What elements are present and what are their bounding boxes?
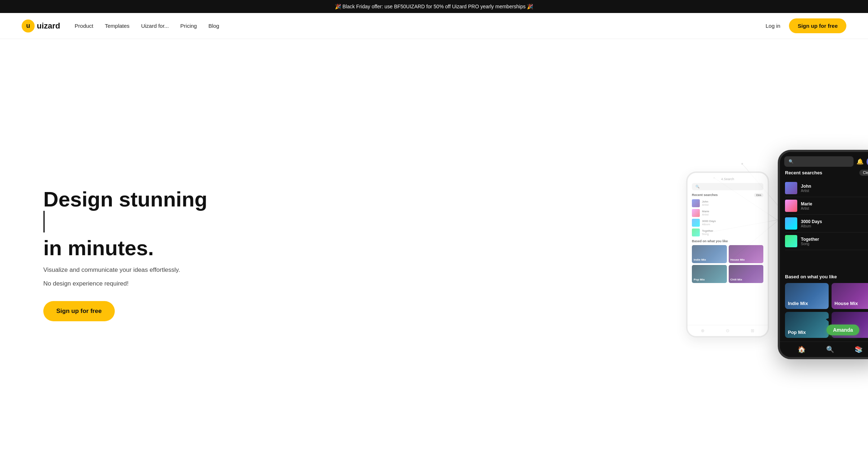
search-type-marie: Artist	[801, 206, 868, 210]
nav-links: Product Templates Uizard for... Pricing …	[75, 23, 219, 29]
thumb-john	[785, 182, 797, 194]
recent-section: Recent searches Clear John Artist ›	[780, 167, 868, 270]
nav-link-uizard-for[interactable]: Uizard for...	[141, 23, 169, 29]
sec-item-john: JohnArtist	[692, 199, 763, 207]
recent-title: Recent searches	[785, 170, 822, 175]
search-item-marie[interactable]: Marie Artist ›	[785, 197, 868, 215]
nav-link-product[interactable]: Product	[75, 23, 93, 29]
banner-text: 🎉 Black Friday offer: use BF50UIZARD for…	[335, 4, 533, 9]
user-avatar[interactable]	[867, 157, 868, 166]
mix-card-indie[interactable]: Indie Mix	[785, 283, 829, 309]
sec-label: 4.Search	[692, 177, 763, 181]
search-info-john: John Artist	[801, 184, 868, 193]
sec-mix-pop: Pop Mix	[692, 265, 727, 283]
phone-nav-bar: 🏠 🔍 📚	[780, 341, 868, 357]
search-type-together: Song	[801, 242, 868, 246]
hero-title-bar	[43, 211, 45, 232]
sec-thumb-john	[692, 199, 700, 207]
sec-item-together: TogetherSong	[692, 229, 763, 236]
phone-search-bar[interactable]: 🔍	[784, 156, 854, 167]
search-nav-icon[interactable]: 🔍	[826, 345, 834, 353]
search-type-john: Artist	[801, 189, 868, 193]
thumb-marie	[785, 200, 797, 212]
sec-item-marie: MarieArtist	[692, 209, 763, 217]
search-item-john[interactable]: John Artist ›	[785, 179, 868, 197]
nav-signup-button[interactable]: Sign up for free	[789, 18, 846, 33]
logo-icon: u	[22, 19, 35, 32]
search-item-together[interactable]: Together Song ›	[785, 232, 868, 250]
library-nav-icon[interactable]: 📚	[855, 345, 863, 353]
search-name-marie: Marie	[801, 201, 868, 206]
sec-thumb-together	[692, 229, 700, 236]
logo-text: uizard	[37, 21, 60, 31]
sec-search-icon: ⊙	[726, 328, 729, 333]
sec-item-3000: 3000 DaysAlbum	[692, 219, 763, 227]
sec-info-john: JohnArtist	[702, 200, 708, 206]
cursor-icon	[826, 317, 833, 324]
search-name-together: Together	[801, 237, 868, 242]
phone-main: 🔍 🔔 Recent searches Clear John	[778, 150, 868, 359]
hero-title: Design stunning in minutes.	[43, 188, 207, 260]
sec-info-3000: 3000 DaysAlbum	[702, 219, 716, 226]
hero-visual: 4.Search 🔍 Recent searches Clrn JohnArti…	[686, 150, 868, 359]
mix-card-pop[interactable]: Pop Mix	[785, 312, 829, 338]
cursor-wrapper: Amanda	[826, 318, 859, 335]
sec-mix-chill: Chill Mix	[729, 265, 764, 283]
sec-library-icon: ⊞	[751, 328, 754, 333]
sec-mix-house: House Mix	[729, 245, 764, 263]
sec-mix-indie: Indie Mix	[692, 245, 727, 263]
logo[interactable]: u uizard	[22, 19, 60, 32]
sec-based-title: Based on what you like	[692, 239, 763, 243]
nav-link-pricing[interactable]: Pricing	[180, 23, 197, 29]
login-button[interactable]: Log in	[766, 23, 780, 29]
phone-secondary-screen: 4.Search 🔍 Recent searches Clrn JohnArti…	[688, 173, 768, 336]
hero-text: Design stunning in minutes. Visualize an…	[43, 188, 207, 321]
search-item-3000[interactable]: 3000 Days Album ›	[785, 215, 868, 232]
search-name-john: John	[801, 184, 868, 189]
hero-section: Design stunning in minutes. Visualize an…	[0, 39, 868, 470]
clear-button[interactable]: Clear	[859, 170, 868, 176]
promo-banner: 🎉 Black Friday offer: use BF50UIZARD for…	[0, 0, 868, 13]
phone-search-icon: 🔍	[789, 159, 794, 164]
search-name-3000: 3000 Days	[801, 219, 868, 224]
svg-point-5	[741, 163, 743, 165]
sec-thumb-marie	[692, 209, 700, 217]
mix-card-house[interactable]: House Mix	[832, 283, 868, 309]
home-nav-icon[interactable]: 🏠	[798, 345, 806, 353]
hero-signup-button[interactable]: Sign up for free	[43, 301, 115, 321]
sec-info-marie: MarieArtist	[702, 210, 709, 216]
search-info-marie: Marie Artist	[801, 201, 868, 210]
nav-link-blog[interactable]: Blog	[208, 23, 219, 29]
sec-thumb-3000	[692, 219, 700, 227]
thumb-3000	[785, 217, 797, 230]
sec-mix-grid: Indie Mix House Mix Pop Mix Chill Mix	[692, 245, 763, 283]
sec-nav-bar: ⊕ ⊙ ⊞	[688, 325, 768, 336]
search-type-3000: Album	[801, 224, 868, 228]
nav-link-templates[interactable]: Templates	[105, 23, 130, 29]
sec-home-icon: ⊕	[701, 328, 705, 333]
search-info-3000: 3000 Days Album	[801, 219, 868, 228]
phone-secondary: 4.Search 🔍 Recent searches Clrn JohnArti…	[686, 171, 769, 338]
nav-right: Log in Sign up for free	[766, 18, 846, 33]
sec-recent-title: Recent searches Clrn	[692, 193, 763, 197]
sec-search-icon: 🔍	[695, 185, 699, 188]
hero-desc-1: Visualize and communicate your ideas eff…	[43, 265, 202, 275]
based-title: Based on what you like	[785, 274, 868, 279]
sec-search-bar: 🔍	[692, 183, 763, 190]
amanda-badge: Amanda	[826, 325, 859, 335]
bell-icon: 🔔	[856, 158, 864, 165]
sec-info-together: TogetherSong	[702, 229, 713, 236]
navbar: u uizard Product Templates Uizard for...…	[0, 13, 868, 39]
recent-header: Recent searches Clear	[785, 170, 868, 176]
thumb-together	[785, 235, 797, 247]
search-info-together: Together Song	[801, 237, 868, 246]
hero-desc-2: No design experience required!	[43, 279, 207, 288]
